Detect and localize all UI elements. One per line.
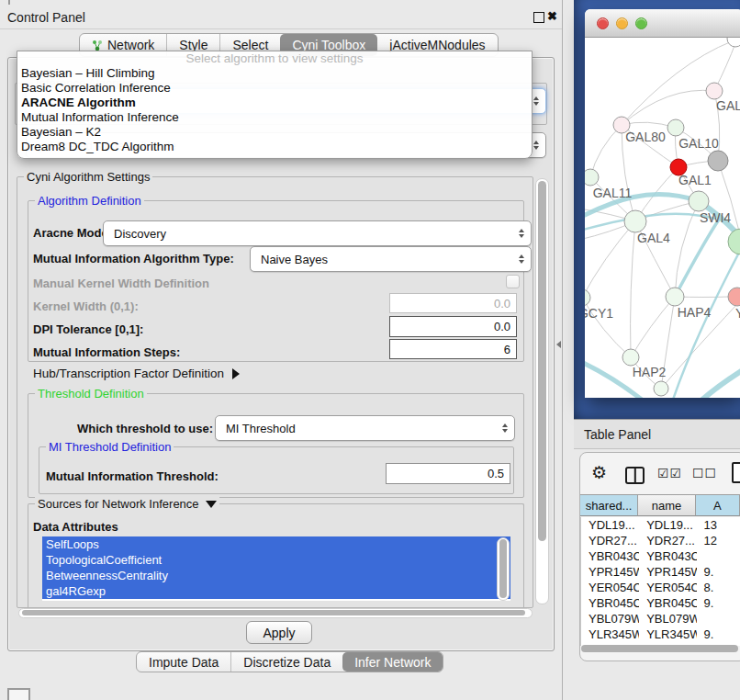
scrollbar-thumb[interactable] (22, 610, 525, 615)
deselect-all-checkboxes-icon[interactable]: ☐☐ (692, 466, 717, 480)
network-node[interactable] (708, 151, 728, 171)
close-icon[interactable]: ✖ (547, 11, 557, 22)
which-threshold-value: MI Threshold (226, 422, 296, 435)
attribute-item-selfloops[interactable]: SelfLoops (42, 536, 510, 552)
network-node[interactable] (689, 191, 709, 211)
select-all-checkboxes-icon[interactable]: ☑☑ (657, 466, 682, 480)
network-node[interactable] (728, 229, 740, 254)
threshold-definition-title: Threshold Definition (35, 387, 147, 401)
table-cell: 9. (697, 596, 740, 610)
table-row[interactable]: YBR045CYBR045C9. (581, 595, 740, 611)
network-graph[interactable]: GALGAL80GAL10GAL1GAL11SWI4GAL4GCY1HAP4YH… (585, 38, 740, 398)
algorithm-option-basic-correlation-inference[interactable]: Basic Correlation Inference (17, 81, 532, 96)
mi-threshold-input[interactable]: 0.5 (386, 463, 510, 484)
table-row[interactable]: YBL079WYBL079W (581, 611, 740, 627)
column-header-shared[interactable]: shared... (580, 494, 638, 516)
tab-impute-data[interactable]: Impute Data (137, 652, 230, 672)
column-header-a[interactable]: A (696, 494, 740, 516)
network-edge-thick[interactable] (675, 220, 719, 297)
table-row[interactable]: YPR145WYPR145W9. (581, 564, 740, 580)
table-cell: YER054C (639, 581, 696, 594)
which-threshold-combo[interactable]: MI Threshold (215, 415, 515, 441)
column-header-name[interactable]: name (638, 494, 696, 516)
scrollbar-thumb[interactable] (499, 539, 507, 598)
mi-steps-input[interactable]: 6 (389, 339, 517, 359)
algorithm-option-bayesian-k2[interactable]: Bayesian – K2 (17, 125, 532, 140)
combo-stepper-icon (519, 254, 524, 264)
algorithm-dropdown-list: Select algorithm to view settings Bayesi… (17, 51, 533, 159)
network-node[interactable] (728, 288, 740, 306)
algorithm-option-bayesian-hill-climbing[interactable]: Bayesian – Hill Climbing (17, 66, 532, 81)
tab-infer-network[interactable]: Infer Network (342, 652, 443, 672)
combo-stepper-icon (519, 229, 524, 238)
manual-kernel-checkbox[interactable] (506, 275, 520, 288)
apply-button[interactable]: Apply (246, 621, 312, 644)
close-traffic-light-icon[interactable] (597, 17, 609, 29)
network-edge[interactable] (631, 297, 675, 357)
column-browser-icon[interactable] (625, 467, 645, 484)
algorithm-option-dream8-dc-tdc-algorithm[interactable]: Dream8 DC_TDC Algorithm (17, 140, 532, 154)
table-row[interactable]: YLR345WYLR345W9. (581, 627, 740, 642)
network-node[interactable] (667, 119, 684, 136)
attribute-item-betweennesscentrality[interactable]: BetweennessCentrality (42, 568, 510, 583)
table-row[interactable]: YDR27...YDR27...12 (581, 533, 740, 548)
aracne-mode-combo[interactable]: Discovery (103, 220, 532, 246)
settings-horizontal-scrollbar[interactable] (18, 608, 533, 618)
network-node[interactable] (624, 210, 646, 232)
algorithm-option-aracne-algorithm[interactable]: ARACNE Algorithm (17, 96, 532, 110)
table-cell: YDR27... (581, 534, 639, 548)
network-edge-thick[interactable] (585, 214, 715, 231)
network-edge[interactable] (585, 221, 635, 298)
mi-type-combo[interactable]: Naive Bayes (250, 246, 532, 272)
kernel-width-label: Kernel Width (0,1): (33, 299, 139, 313)
hub-definition-label[interactable]: Hub/Transcription Factor Definition (33, 367, 240, 380)
settings-vertical-scrollbar[interactable] (535, 178, 549, 604)
network-node[interactable] (706, 83, 723, 99)
attributes-list-scrollbar[interactable] (497, 537, 510, 601)
network-node-label-gal11: GAL11 (593, 186, 633, 200)
network-tab-icon (92, 40, 103, 51)
gear-icon[interactable]: ⚙ (591, 464, 607, 482)
tab-label: Impute Data (149, 655, 219, 670)
expand-arrow-icon[interactable] (232, 368, 240, 379)
network-edge[interactable] (631, 221, 635, 357)
algorithm-option-mutual-information-inference[interactable]: Mutual Information Inference (17, 110, 532, 125)
network-edge-thick[interactable] (702, 367, 740, 398)
minimize-traffic-light-icon[interactable] (616, 17, 628, 29)
table-row[interactable]: YBR043CYBR043C (581, 548, 740, 564)
network-node[interactable] (585, 289, 590, 306)
data-attributes-label: Data Attributes (33, 520, 118, 534)
table-horizontal-scrollbar[interactable] (581, 645, 738, 652)
table-mode-icon[interactable] (732, 462, 740, 483)
panel-divider[interactable] (562, 0, 574, 700)
network-node-label-gal: GAL (716, 98, 740, 113)
dropdown-items: Bayesian – Hill ClimbingBasic Correlatio… (17, 66, 532, 154)
mi-threshold-group-title: MI Threshold Definition (46, 440, 174, 454)
splitter-collapse-icon[interactable] (556, 341, 561, 348)
network-node[interactable] (727, 38, 740, 47)
network-node[interactable] (622, 349, 639, 366)
dpi-tolerance-input[interactable]: 0.0 (389, 316, 517, 337)
network-canvas[interactable]: GALGAL80GAL10GAL1GAL11SWI4GAL4GCY1HAP4YH… (585, 38, 740, 398)
attribute-item-topologicalcoefficient[interactable]: TopologicalCoefficient (42, 552, 510, 568)
network-node-label-swi4: SWI4 (700, 210, 731, 225)
table-row[interactable]: YDL19...YDL19...13 (581, 517, 740, 533)
attribute-item-gal4rgexp[interactable]: gal4RGexp (42, 583, 510, 599)
network-edge[interactable] (590, 125, 622, 177)
tab-discretize-data[interactable]: Discretize Data (230, 652, 342, 672)
scrollbar-thumb[interactable] (538, 181, 546, 541)
grip-icon[interactable] (7, 688, 30, 700)
float-window-icon[interactable] (533, 12, 544, 23)
zoom-traffic-light-icon[interactable] (635, 17, 647, 29)
cyni-bottom-tabs: Impute DataDiscretize DataInfer Network (136, 651, 443, 672)
network-node-label-gal80: GAL80 (625, 130, 666, 144)
network-node[interactable] (654, 381, 668, 396)
network-node[interactable] (666, 288, 684, 306)
table-cell: YBR043C (639, 549, 696, 563)
table-row[interactable]: YER054CYER054C8. (581, 580, 740, 595)
kernel-width-input[interactable]: 0.0 (389, 293, 517, 313)
network-window-titlebar[interactable] (585, 9, 740, 38)
collapse-arrow-icon[interactable] (206, 501, 217, 508)
network-node[interactable] (585, 169, 599, 186)
network-edge[interactable] (622, 90, 714, 125)
